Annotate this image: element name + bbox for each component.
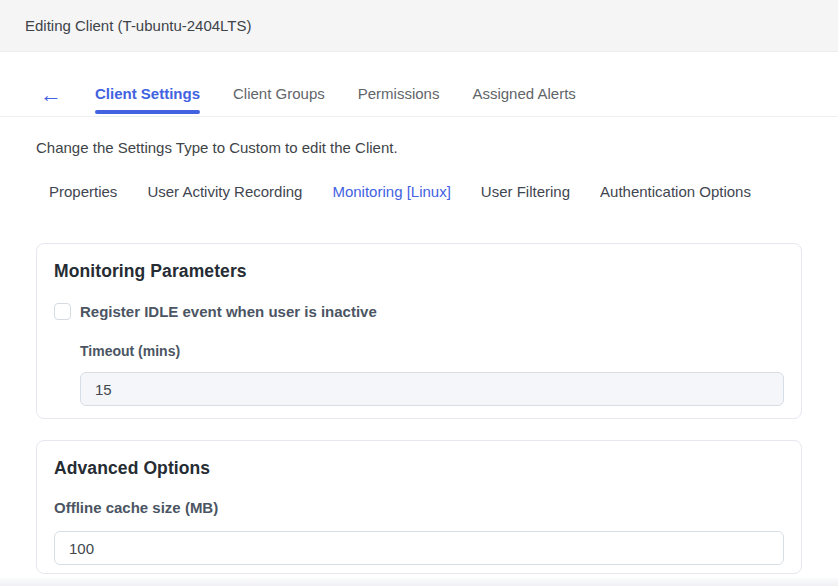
timeout-label: Timeout (mins) [80, 343, 784, 359]
main-tabbar: ← Client Settings Client Groups Permissi… [0, 52, 838, 117]
subtab-user-activity-recording[interactable]: User Activity Recording [147, 183, 302, 200]
offline-cache-size-label: Offline cache size (MB) [54, 499, 784, 516]
settings-type-notice: Change the Settings Type to Custom to ed… [36, 139, 838, 156]
subtab-user-filtering[interactable]: User Filtering [481, 183, 570, 200]
subtab-authentication-options[interactable]: Authentication Options [600, 183, 751, 200]
tab-client-settings[interactable]: Client Settings [95, 85, 200, 116]
page-header: Editing Client (T-ubuntu-2404LTS) [0, 0, 838, 52]
settings-subtabs: Properties User Activity Recording Monit… [49, 183, 838, 200]
back-arrow-icon[interactable]: ← [40, 84, 62, 116]
timeout-input[interactable] [80, 372, 784, 406]
register-idle-checkbox[interactable] [54, 303, 71, 320]
tab-assigned-alerts[interactable]: Assigned Alerts [472, 85, 575, 116]
timeout-field-group: Timeout (mins) [80, 343, 784, 406]
advanced-options-card: Advanced Options Offline cache size (MB) [36, 440, 802, 574]
advanced-options-title: Advanced Options [54, 458, 784, 479]
tab-client-groups[interactable]: Client Groups [233, 85, 325, 116]
subtab-properties[interactable]: Properties [49, 183, 117, 200]
tab-permissions[interactable]: Permissions [358, 85, 440, 116]
register-idle-checkbox-label: Register IDLE event when user is inactiv… [80, 303, 377, 320]
page-title: Editing Client (T-ubuntu-2404LTS) [25, 17, 252, 34]
subtab-monitoring-linux[interactable]: Monitoring [Linux] [332, 183, 450, 200]
offline-cache-size-input[interactable] [54, 531, 784, 565]
register-idle-checkbox-row[interactable]: Register IDLE event when user is inactiv… [54, 303, 784, 320]
monitoring-parameters-title: Monitoring Parameters [54, 261, 784, 282]
bottom-divider [0, 578, 838, 586]
monitoring-parameters-card: Monitoring Parameters Register IDLE even… [36, 243, 802, 419]
